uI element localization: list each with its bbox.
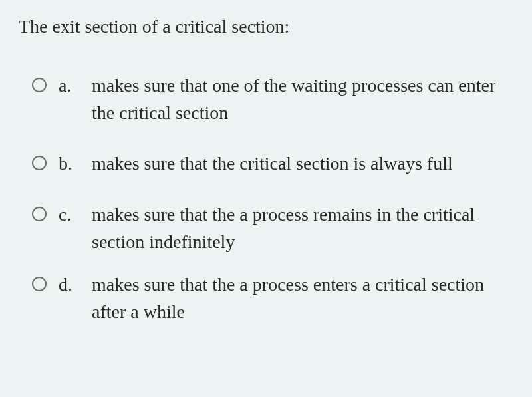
option-letter: c.	[59, 201, 80, 227]
option-letter: b.	[59, 150, 80, 176]
radio-d[interactable]	[32, 277, 47, 291]
option-c[interactable]: c. makes sure that the a process remains…	[32, 201, 513, 255]
radio-b[interactable]	[32, 156, 47, 170]
option-text: makes sure that the a process remains in…	[92, 201, 513, 255]
option-d[interactable]: d. makes sure that the a process enters …	[32, 271, 513, 325]
option-letter: a.	[59, 72, 80, 98]
option-a[interactable]: a. makes sure that one of the waiting pr…	[32, 72, 513, 126]
radio-a[interactable]	[32, 78, 47, 92]
radio-c[interactable]	[32, 207, 47, 221]
option-letter: d.	[59, 271, 80, 297]
option-text: makes sure that the a process enters a c…	[92, 271, 513, 325]
option-text: makes sure that the critical section is …	[92, 150, 513, 178]
option-text: makes sure that one of the waiting proce…	[92, 72, 513, 126]
options-list: a. makes sure that one of the waiting pr…	[19, 72, 513, 325]
question-text: The exit section of a critical section:	[19, 13, 513, 39]
option-b[interactable]: b. makes sure that the critical section …	[32, 150, 513, 178]
